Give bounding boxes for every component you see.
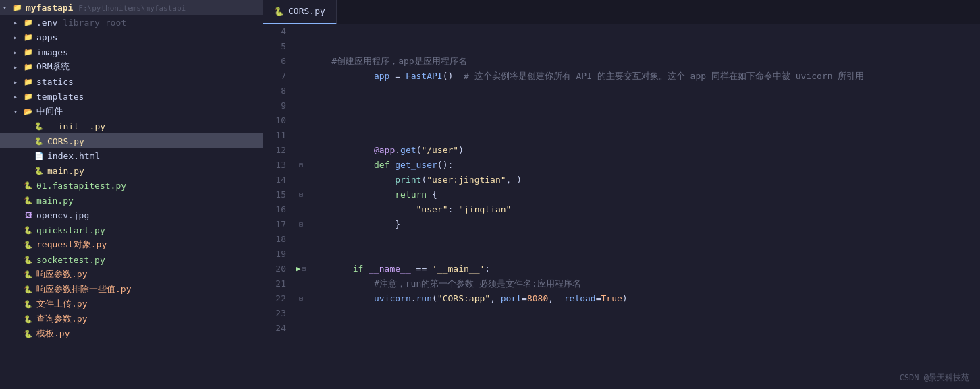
chevron-right-icon: ▸ xyxy=(13,19,22,26)
chevron-right-icon: ▸ xyxy=(13,93,22,100)
line-number: 7 xyxy=(263,69,294,84)
code-line: 5 xyxy=(263,39,980,54)
sidebar-item-template-py[interactable]: ▸ 🐍 模板.py xyxy=(0,326,263,341)
tab-bar: 🐍 CORS.py xyxy=(263,0,980,24)
line-number: 14 xyxy=(263,173,294,187)
fold-arrow-icon[interactable]: ⊟ xyxy=(299,187,303,202)
sidebar-item-orm[interactable]: ▸ 📁 ORM系统 xyxy=(0,59,263,74)
file-explorer[interactable]: ▾ 📁 myfastapi F:\pythonitems\myfastapi ▸… xyxy=(0,0,263,389)
code-line: 4 xyxy=(263,24,980,39)
folder-open-icon: 📂 xyxy=(23,106,34,117)
sidebar-item-response-exclude[interactable]: ▸ 🐍 响应参数排除一些值.py xyxy=(0,282,263,297)
code-content: 4 5 6 #创建应用程序，app是应用程序名 7 app = FastAPI(… xyxy=(263,24,980,389)
line-gutter: ⊟ xyxy=(294,187,308,202)
chevron-right-icon: ▸ xyxy=(13,34,22,41)
line-gutter: ⊟ xyxy=(294,291,308,306)
fold-arrow-icon[interactable]: ⊟ xyxy=(299,217,303,232)
sidebar-item-templates[interactable]: ▸ 📁 templates xyxy=(0,89,263,104)
fold-arrow-icon[interactable]: ⊟ xyxy=(299,291,303,306)
line-number: 23 xyxy=(263,306,294,321)
root-label: myfastapi F:\pythonitems\myfastapi xyxy=(26,3,260,13)
line-gutter: ⊟ xyxy=(294,217,308,232)
py-file-icon: 🐍 xyxy=(23,239,34,250)
sidebar-item-images[interactable]: ▸ 📁 images xyxy=(0,44,263,59)
sidebar-item-env[interactable]: ▸ 📁 .env library root xyxy=(0,15,263,30)
sidebar-item-label: apps xyxy=(36,32,260,42)
sidebar-item-label: index.html xyxy=(47,151,260,161)
py-file-icon: 🐍 xyxy=(34,121,45,131)
code-line: 9 xyxy=(263,98,980,113)
sidebar-item-label: sockettest.py xyxy=(36,255,260,265)
sidebar-item-label: __init__.py xyxy=(47,121,260,131)
sidebar-item-opencv-jpg[interactable]: ▸ 🖼 opencv.jpg xyxy=(0,208,263,222)
py-file-icon: 🐍 xyxy=(23,284,34,295)
tab-cors-py[interactable]: 🐍 CORS.py xyxy=(263,0,337,24)
folder-icon: 📁 xyxy=(23,47,34,57)
folder-icon: 📁 xyxy=(23,32,34,42)
code-line: 23 xyxy=(263,306,980,321)
sidebar-item-fastapitest[interactable]: ▸ 🐍 01.fastapitest.py xyxy=(0,178,263,193)
sidebar-item-label: 模板.py xyxy=(36,328,260,340)
sidebar-item-label: quickstart.py xyxy=(36,225,260,235)
code-line: 10 xyxy=(263,113,980,128)
sidebar-item-label: 文件上传.py xyxy=(36,298,260,310)
sidebar-item-apps[interactable]: ▸ 📁 apps xyxy=(0,30,263,44)
sidebar-item-file-upload[interactable]: ▸ 🐍 文件上传.py xyxy=(0,297,263,311)
py-file-icon: 🐍 xyxy=(23,313,34,324)
line-number: 20 xyxy=(263,262,294,276)
sidebar-item-init-py[interactable]: ▸ 🐍 __init__.py xyxy=(0,119,263,133)
sidebar-item-middleware[interactable]: ▾ 📂 中间件 xyxy=(0,104,263,119)
tab-label: CORS.py xyxy=(288,6,325,16)
run-icon[interactable]: ▶ xyxy=(296,262,301,276)
line-number: 6 xyxy=(263,54,294,69)
code-editor[interactable]: 🐍 CORS.py 4 5 6 #创建应用程序，app是应用程序名 7 xyxy=(263,0,980,389)
code-line: 7 app = FastAPI() # 这个实例将是创建你所有 API 的主要交… xyxy=(263,69,980,84)
sidebar-item-label: ORM系统 xyxy=(36,61,260,73)
sidebar-item-label: images xyxy=(36,47,260,57)
line-number: 9 xyxy=(263,98,294,113)
fold-arrow-icon[interactable]: ⊟ xyxy=(302,262,306,276)
line-number: 18 xyxy=(263,232,294,247)
line-number: 4 xyxy=(263,24,294,39)
py-file-icon: 🐍 xyxy=(23,328,34,339)
sidebar-item-query-params[interactable]: ▸ 🐍 查询参数.py xyxy=(0,311,263,326)
sidebar-item-statics[interactable]: ▸ 📁 statics xyxy=(0,74,263,89)
sidebar-item-quickstart[interactable]: ▸ 🐍 quickstart.py xyxy=(0,222,263,237)
sidebar-item-sockettest[interactable]: ▸ 🐍 sockettest.py xyxy=(0,252,263,267)
line-number: 12 xyxy=(263,143,294,158)
sidebar-item-label: 响应参数排除一些值.py xyxy=(36,283,260,295)
sidebar-item-label: CORS.py xyxy=(47,136,260,146)
sidebar-item-label: main.py xyxy=(47,166,260,176)
sidebar-item-label: templates xyxy=(36,92,260,102)
sidebar-item-label: 查询参数.py xyxy=(36,313,260,325)
line-number: 17 xyxy=(263,217,294,232)
sidebar-item-label: 01.fastapitest.py xyxy=(36,181,260,191)
sidebar-item-request-obj[interactable]: ▸ 🐍 request对象.py xyxy=(0,237,263,252)
line-gutter: ⊟ xyxy=(294,158,308,173)
chevron-right-icon: ▸ xyxy=(13,78,22,86)
sidebar-item-label: .env library root xyxy=(36,18,260,28)
py-file-icon: 🐍 xyxy=(34,136,45,146)
sidebar-item-label: main.py xyxy=(36,196,260,206)
folder-icon: 📁 xyxy=(12,2,23,13)
code-line: 17 ⊟ } xyxy=(263,217,980,232)
root-folder[interactable]: ▾ 📁 myfastapi F:\pythonitems\myfastapi xyxy=(0,0,263,15)
code-line: 18 xyxy=(263,232,980,247)
py-file-icon: 🐍 xyxy=(23,299,34,309)
watermark: CSDN @景天科技苑 xyxy=(900,372,969,384)
chevron-right-icon: ▸ xyxy=(13,63,22,71)
sidebar-item-cors-py[interactable]: ▸ 🐍 CORS.py xyxy=(0,133,263,148)
line-number: 19 xyxy=(263,247,294,262)
fold-arrow-icon[interactable]: ⊟ xyxy=(299,158,303,173)
folder-icon: 📁 xyxy=(23,91,34,102)
py-tab-icon: 🐍 xyxy=(274,7,284,16)
line-number: 13 xyxy=(263,158,294,173)
sidebar-item-main-root[interactable]: ▸ 🐍 main.py xyxy=(0,193,263,208)
sidebar-item-label: opencv.jpg xyxy=(36,210,260,220)
py-file-icon: 🐍 xyxy=(23,195,34,206)
sidebar-item-index-html[interactable]: ▸ 📄 index.html xyxy=(0,148,263,163)
sidebar-item-response-params[interactable]: ▸ 🐍 响应参数.py xyxy=(0,267,263,282)
code-line: 22 ⊟ uvicorn.run("CORS:app", port=8080, … xyxy=(263,291,980,306)
sidebar-item-main-py-middleware[interactable]: ▸ 🐍 main.py xyxy=(0,163,263,178)
jpg-file-icon: 🖼 xyxy=(23,210,34,220)
